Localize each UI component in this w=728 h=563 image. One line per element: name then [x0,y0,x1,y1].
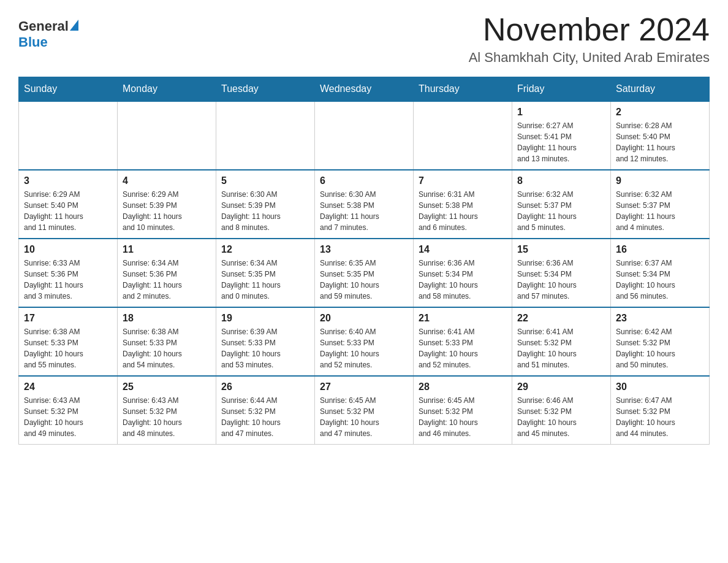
day-number: 4 [123,175,211,186]
day-info: Sunrise: 6:41 AMSunset: 5:32 PMDaylight:… [517,326,605,370]
calendar-cell: 16Sunrise: 6:37 AMSunset: 5:34 PMDayligh… [611,239,710,307]
day-number: 19 [221,313,309,324]
day-number: 28 [419,381,507,393]
calendar-cell: 8Sunrise: 6:32 AMSunset: 5:37 PMDaylight… [512,170,611,239]
calendar-cell: 22Sunrise: 6:41 AMSunset: 5:32 PMDayligh… [512,307,611,376]
day-number: 12 [221,244,309,255]
day-number: 13 [320,244,408,255]
day-info: Sunrise: 6:30 AMSunset: 5:39 PMDaylight:… [221,189,309,233]
day-number: 5 [221,175,309,186]
calendar-cell: 17Sunrise: 6:38 AMSunset: 5:33 PMDayligh… [19,307,118,376]
day-number: 25 [123,381,211,393]
calendar-cell: 4Sunrise: 6:29 AMSunset: 5:39 PMDaylight… [118,170,216,239]
calendar-cell [216,101,315,170]
calendar-cell: 19Sunrise: 6:39 AMSunset: 5:33 PMDayligh… [216,307,315,376]
city-subtitle: Al Shamkhah City, United Arab Emirates [469,50,710,66]
day-number: 1 [517,107,605,118]
day-number: 9 [616,175,704,186]
calendar-cell: 27Sunrise: 6:45 AMSunset: 5:32 PMDayligh… [315,376,414,445]
day-number: 22 [517,313,605,324]
logo: General Blue [18,18,78,50]
day-info: Sunrise: 6:28 AMSunset: 5:40 PMDaylight:… [616,120,704,164]
calendar-cell: 11Sunrise: 6:34 AMSunset: 5:36 PMDayligh… [118,239,216,307]
day-info: Sunrise: 6:37 AMSunset: 5:34 PMDaylight:… [616,258,704,302]
calendar-cell: 20Sunrise: 6:40 AMSunset: 5:33 PMDayligh… [315,307,414,376]
day-info: Sunrise: 6:31 AMSunset: 5:38 PMDaylight:… [419,189,507,233]
day-info: Sunrise: 6:32 AMSunset: 5:37 PMDaylight:… [616,189,704,233]
calendar-cell: 3Sunrise: 6:29 AMSunset: 5:40 PMDaylight… [19,170,118,239]
day-info: Sunrise: 6:46 AMSunset: 5:32 PMDaylight:… [517,395,605,439]
day-number: 10 [24,244,112,255]
calendar-cell [118,101,216,170]
calendar-cell: 10Sunrise: 6:33 AMSunset: 5:36 PMDayligh… [19,239,118,307]
day-number: 6 [320,175,408,186]
week-row-2: 3Sunrise: 6:29 AMSunset: 5:40 PMDaylight… [19,170,710,239]
day-number: 23 [616,313,704,324]
day-number: 2 [616,107,704,118]
day-info: Sunrise: 6:47 AMSunset: 5:32 PMDaylight:… [616,395,704,439]
day-number: 21 [419,313,507,324]
calendar-cell: 18Sunrise: 6:38 AMSunset: 5:33 PMDayligh… [118,307,216,376]
calendar-cell: 14Sunrise: 6:36 AMSunset: 5:34 PMDayligh… [414,239,512,307]
day-info: Sunrise: 6:36 AMSunset: 5:34 PMDaylight:… [419,258,507,302]
day-info: Sunrise: 6:39 AMSunset: 5:33 PMDaylight:… [221,326,309,370]
day-info: Sunrise: 6:38 AMSunset: 5:33 PMDaylight:… [24,326,112,370]
day-info: Sunrise: 6:43 AMSunset: 5:32 PMDaylight:… [123,395,211,439]
calendar-cell: 25Sunrise: 6:43 AMSunset: 5:32 PMDayligh… [118,376,216,445]
day-number: 17 [24,313,112,324]
calendar-cell: 9Sunrise: 6:32 AMSunset: 5:37 PMDaylight… [611,170,710,239]
calendar-cell: 29Sunrise: 6:46 AMSunset: 5:32 PMDayligh… [512,376,611,445]
day-info: Sunrise: 6:41 AMSunset: 5:33 PMDaylight:… [419,326,507,370]
day-number: 8 [517,175,605,186]
day-info: Sunrise: 6:30 AMSunset: 5:38 PMDaylight:… [320,189,408,233]
day-info: Sunrise: 6:40 AMSunset: 5:33 PMDaylight:… [320,326,408,370]
day-info: Sunrise: 6:35 AMSunset: 5:35 PMDaylight:… [320,258,408,302]
day-number: 3 [24,175,112,186]
day-info: Sunrise: 6:43 AMSunset: 5:32 PMDaylight:… [24,395,112,439]
day-number: 20 [320,313,408,324]
title-area: November 2024 Al Shamkhah City, United A… [469,12,710,66]
logo-general-text: General [18,18,69,34]
logo-triangle-icon [70,20,78,31]
calendar-cell: 12Sunrise: 6:34 AMSunset: 5:35 PMDayligh… [216,239,315,307]
day-number: 27 [320,381,408,393]
calendar-cell: 1Sunrise: 6:27 AMSunset: 5:41 PMDaylight… [512,101,611,170]
calendar-cell [19,101,118,170]
day-number: 30 [616,381,704,393]
calendar-cell [414,101,512,170]
calendar-cell: 5Sunrise: 6:30 AMSunset: 5:39 PMDaylight… [216,170,315,239]
day-info: Sunrise: 6:32 AMSunset: 5:37 PMDaylight:… [517,189,605,233]
day-info: Sunrise: 6:34 AMSunset: 5:36 PMDaylight:… [123,258,211,302]
calendar-cell: 24Sunrise: 6:43 AMSunset: 5:32 PMDayligh… [19,376,118,445]
day-info: Sunrise: 6:42 AMSunset: 5:32 PMDaylight:… [616,326,704,370]
page-header: General Blue November 2024 Al Shamkhah C… [18,12,710,66]
calendar-cell: 2Sunrise: 6:28 AMSunset: 5:40 PMDaylight… [611,101,710,170]
header-tuesday: Tuesday [216,77,315,102]
day-info: Sunrise: 6:27 AMSunset: 5:41 PMDaylight:… [517,120,605,164]
day-number: 16 [616,244,704,255]
header-sunday: Sunday [19,77,118,102]
calendar-cell [315,101,414,170]
day-number: 29 [517,381,605,393]
month-title: November 2024 [469,12,710,47]
day-info: Sunrise: 6:36 AMSunset: 5:34 PMDaylight:… [517,258,605,302]
day-info: Sunrise: 6:45 AMSunset: 5:32 PMDaylight:… [419,395,507,439]
day-info: Sunrise: 6:29 AMSunset: 5:40 PMDaylight:… [24,189,112,233]
day-info: Sunrise: 6:29 AMSunset: 5:39 PMDaylight:… [123,189,211,233]
calendar-cell: 7Sunrise: 6:31 AMSunset: 5:38 PMDaylight… [414,170,512,239]
header-friday: Friday [512,77,611,102]
week-row-5: 24Sunrise: 6:43 AMSunset: 5:32 PMDayligh… [19,376,710,445]
header-saturday: Saturday [611,77,710,102]
week-row-1: 1Sunrise: 6:27 AMSunset: 5:41 PMDaylight… [19,101,710,170]
header-thursday: Thursday [414,77,512,102]
week-row-4: 17Sunrise: 6:38 AMSunset: 5:33 PMDayligh… [19,307,710,376]
calendar-header-row: SundayMondayTuesdayWednesdayThursdayFrid… [19,77,710,102]
header-monday: Monday [118,77,216,102]
day-number: 18 [123,313,211,324]
day-info: Sunrise: 6:45 AMSunset: 5:32 PMDaylight:… [320,395,408,439]
day-info: Sunrise: 6:38 AMSunset: 5:33 PMDaylight:… [123,326,211,370]
day-number: 14 [419,244,507,255]
calendar-cell: 30Sunrise: 6:47 AMSunset: 5:32 PMDayligh… [611,376,710,445]
calendar-cell: 6Sunrise: 6:30 AMSunset: 5:38 PMDaylight… [315,170,414,239]
calendar-cell: 21Sunrise: 6:41 AMSunset: 5:33 PMDayligh… [414,307,512,376]
